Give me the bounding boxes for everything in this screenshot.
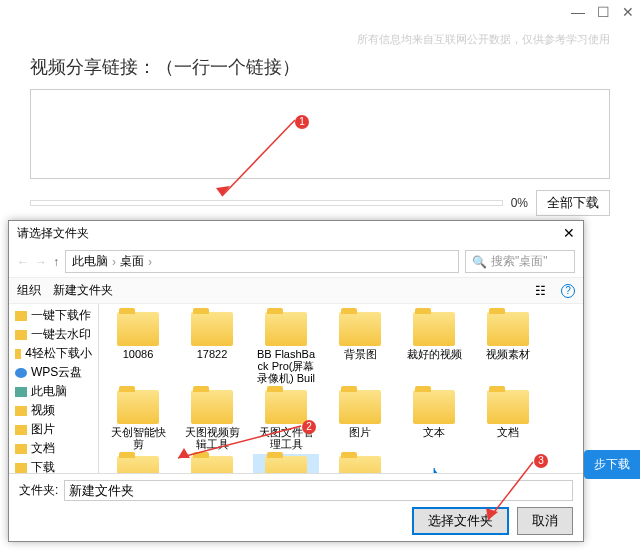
file-item[interactable]: 天创智能快剪 xyxy=(105,388,171,452)
folder-icon xyxy=(413,390,455,424)
sidebar-item-label: 4轻松下载小 xyxy=(25,345,92,362)
file-item[interactable]: 新建文件夹 (2) xyxy=(327,454,393,473)
maximize-button[interactable]: ☐ xyxy=(597,4,610,20)
sidebar-item[interactable]: 此电脑 xyxy=(9,382,98,401)
nav-fwd-icon[interactable]: → xyxy=(35,255,47,269)
file-item[interactable]: 文件夹材料 xyxy=(105,454,171,473)
sidebar-item[interactable]: 文档 xyxy=(9,439,98,458)
sidebar-item-label: 视频 xyxy=(31,402,55,419)
all-download-button[interactable]: 全部下载 xyxy=(536,190,610,216)
sync-download-button[interactable]: 步下载 xyxy=(584,450,640,479)
file-item[interactable]: 文档 xyxy=(475,388,541,452)
newfolder-button[interactable]: 新建文件夹 xyxy=(53,282,113,299)
file-item[interactable]: 天图文件管理工具 xyxy=(253,388,319,452)
folder-mini-icon xyxy=(15,311,27,321)
sidebar-item[interactable]: 图片 xyxy=(9,420,98,439)
search-placeholder: 搜索"桌面" xyxy=(491,253,548,270)
minimize-button[interactable]: — xyxy=(571,4,585,20)
file-label: 背景图 xyxy=(344,348,377,360)
sidebar-item[interactable]: 一键下载作 xyxy=(9,306,98,325)
breadcrumb-l1[interactable]: 此电脑 xyxy=(72,253,108,270)
folder-mini-icon xyxy=(15,463,27,473)
folder-icon xyxy=(117,312,159,346)
folder-icon xyxy=(117,456,159,473)
file-item[interactable]: 裁好的视频 xyxy=(401,310,467,386)
file-label: 天图文件管理工具 xyxy=(255,426,317,450)
close-button[interactable]: ✕ xyxy=(622,4,634,20)
sidebar: 一键下载作一键去水印4轻松下载小WPS云盘此电脑视频图片文档下载音乐桌面本地磁盘… xyxy=(9,304,99,473)
sidebar-item-label: 下载 xyxy=(31,459,55,473)
sidebar-item[interactable]: 视频 xyxy=(9,401,98,420)
cloud-mini-icon xyxy=(15,368,27,378)
file-item[interactable]: 天图视频剪辑工具 xyxy=(179,388,245,452)
file-label: 视频素材 xyxy=(486,348,530,360)
folder-picker-dialog: 请选择文件夹 ✕ ← → ↑ 此电脑 › 桌面 › 🔍 搜索"桌面" 组织 新建… xyxy=(8,220,584,542)
dialog-close-button[interactable]: ✕ xyxy=(563,225,575,242)
sidebar-item[interactable]: 一键去水印 xyxy=(9,325,98,344)
sidebar-item[interactable]: 4轻松下载小 xyxy=(9,344,98,363)
organize-button[interactable]: 组织 xyxy=(17,282,41,299)
cancel-button[interactable]: 取消 xyxy=(517,507,573,535)
file-item[interactable]: 视频素材 xyxy=(475,310,541,386)
folder-mini-icon xyxy=(15,444,27,454)
file-label: 17822 xyxy=(197,348,228,360)
folder-mini-icon xyxy=(15,349,21,359)
nav-up-icon[interactable]: ↑ xyxy=(53,255,59,269)
file-label: 天图视频剪辑工具 xyxy=(181,426,243,450)
file-item[interactable]: ♪音乐 xyxy=(401,454,467,473)
dialog-title: 请选择文件夹 xyxy=(17,225,89,242)
file-item[interactable]: 17822 xyxy=(179,310,245,386)
folder-icon xyxy=(339,312,381,346)
breadcrumb[interactable]: 此电脑 › 桌面 › xyxy=(65,250,459,273)
folder-icon xyxy=(265,312,307,346)
chevron-right-icon: › xyxy=(148,255,152,269)
folder-icon xyxy=(339,456,381,473)
breadcrumb-l2[interactable]: 桌面 xyxy=(120,253,144,270)
progress-pct: 0% xyxy=(511,196,528,210)
view-icon[interactable]: ☷ xyxy=(535,284,549,298)
file-item[interactable]: 背景图 xyxy=(327,310,393,386)
sidebar-item-label: 此电脑 xyxy=(31,383,67,400)
page-title: 视频分享链接：（一行一个链接） xyxy=(30,55,610,79)
chevron-right-icon: › xyxy=(112,255,116,269)
folder-mini-icon xyxy=(15,425,27,435)
sidebar-item-label: 图片 xyxy=(31,421,55,438)
file-label: 10086 xyxy=(123,348,154,360)
folder-icon xyxy=(265,390,307,424)
sidebar-item-label: 一键去水印 xyxy=(31,326,91,343)
sidebar-item[interactable]: 下载 xyxy=(9,458,98,473)
links-textarea[interactable] xyxy=(30,89,610,179)
top-hint: 所有信息均来自互联网公开数据，仅供参考学习使用 xyxy=(357,32,610,47)
file-label: BB FlashBack Pro(屏幕录像机) Build 4.0.1.2421… xyxy=(255,348,317,384)
folder-name-input[interactable] xyxy=(64,480,573,501)
folder-icon xyxy=(487,312,529,346)
sidebar-item-label: 一键下载作 xyxy=(31,307,91,324)
file-label: 裁好的视频 xyxy=(407,348,462,360)
file-label: 文本 xyxy=(423,426,445,438)
file-item[interactable]: 文本 xyxy=(401,388,467,452)
file-item[interactable]: BB FlashBack Pro(屏幕录像机) Build 4.0.1.2421… xyxy=(253,310,319,386)
folder-mini-icon xyxy=(15,406,27,416)
help-icon[interactable]: ? xyxy=(561,284,575,298)
folder-field-label: 文件夹: xyxy=(19,482,58,499)
folder-icon xyxy=(191,390,233,424)
folder-icon xyxy=(191,456,233,473)
nav-back-icon[interactable]: ← xyxy=(17,255,29,269)
folder-icon xyxy=(265,456,307,473)
sidebar-item[interactable]: WPS云盘 xyxy=(9,363,98,382)
folder-icon xyxy=(487,390,529,424)
music-icon: ♪ xyxy=(415,456,453,473)
pc-mini-icon xyxy=(15,387,27,397)
confirm-select-button[interactable]: 选择文件夹 xyxy=(412,507,509,535)
file-item[interactable]: 文件素材 xyxy=(179,454,245,473)
sidebar-item-label: 文档 xyxy=(31,440,55,457)
folder-icon xyxy=(191,312,233,346)
file-item[interactable]: 新建文件夹 xyxy=(253,454,319,473)
sidebar-item-label: WPS云盘 xyxy=(31,364,82,381)
progress-bar xyxy=(30,200,503,206)
file-item[interactable]: 10086 xyxy=(105,310,171,386)
file-item[interactable]: 图片 xyxy=(327,388,393,452)
file-grid: 1008617822BB FlashBack Pro(屏幕录像机) Build … xyxy=(99,304,583,473)
file-label: 图片 xyxy=(349,426,371,438)
search-input[interactable]: 🔍 搜索"桌面" xyxy=(465,250,575,273)
